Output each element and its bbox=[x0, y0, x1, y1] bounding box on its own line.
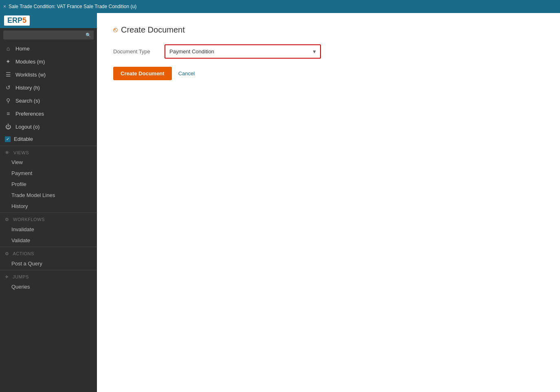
preferences-icon: ≡ bbox=[5, 110, 11, 117]
home-icon: ⌂ bbox=[5, 45, 11, 52]
history-icon: ↺ bbox=[5, 84, 11, 91]
sidebar-item-worklists[interactable]: ☰ Worklists (w) bbox=[0, 68, 97, 81]
sidebar-item-label: Worklists (w) bbox=[15, 72, 46, 78]
sidebar-item-view[interactable]: View bbox=[0, 157, 97, 168]
search-wrapper: 🔍 bbox=[3, 31, 94, 39]
form-row-document-type: Document Type Payment Condition Sale Tra… bbox=[113, 44, 544, 59]
erp5-logo: ERP5 bbox=[4, 15, 30, 26]
sidebar-item-label: Preferences bbox=[15, 111, 44, 117]
actions-icon: ⚙ bbox=[5, 251, 9, 256]
section-label-workflows: ⚙ WORKFLOWS bbox=[0, 214, 97, 224]
sidebar-item-history-view[interactable]: History bbox=[0, 201, 97, 212]
top-bar: × Sale Trade Condition: VAT France Sale … bbox=[0, 0, 560, 13]
sidebar-item-label: Search (s) bbox=[15, 98, 40, 104]
sidebar-item-preferences[interactable]: ≡ Preferences bbox=[0, 107, 97, 120]
button-row: Create Document Cancel bbox=[113, 67, 544, 80]
section-label-views: 👁 VIEWS bbox=[0, 147, 97, 157]
content-area: ⎋ Create Document Document Type Payment … bbox=[97, 13, 560, 392]
sidebar-item-modules[interactable]: ✦ Modules (m) bbox=[0, 55, 97, 68]
divider-2 bbox=[0, 212, 97, 213]
modules-icon: ✦ bbox=[5, 58, 11, 65]
sidebar: ERP5 🔍 ⌂ Home ✦ Modules (m) ☰ Worklists … bbox=[0, 13, 97, 392]
search-nav-icon: ⚲ bbox=[5, 97, 11, 104]
section-label-actions: ⚙ ACTIONS bbox=[0, 248, 97, 258]
sidebar-item-label: History (h) bbox=[15, 85, 40, 91]
sidebar-item-post-query[interactable]: Post a Query bbox=[0, 258, 97, 269]
editable-label: Editable bbox=[14, 136, 33, 142]
sidebar-item-label: Logout (o) bbox=[15, 124, 40, 130]
sidebar-item-label: Home bbox=[15, 46, 30, 52]
sidebar-item-queries[interactable]: Queries bbox=[0, 281, 97, 292]
sidebar-item-trade-model-lines[interactable]: Trade Model Lines bbox=[0, 190, 97, 201]
search-input[interactable] bbox=[3, 31, 94, 39]
views-icon: 👁 bbox=[5, 150, 10, 155]
sidebar-item-payment[interactable]: Payment bbox=[0, 168, 97, 179]
sidebar-item-label: Modules (m) bbox=[15, 59, 45, 65]
create-document-button[interactable]: Create Document bbox=[113, 67, 172, 80]
sidebar-item-profile[interactable]: Profile bbox=[0, 179, 97, 190]
jumps-icon: ✈ bbox=[5, 274, 9, 279]
sidebar-item-home[interactable]: ⌂ Home bbox=[0, 42, 97, 55]
main-layout: ERP5 🔍 ⌂ Home ✦ Modules (m) ☰ Worklists … bbox=[0, 13, 560, 392]
search-bar-container: 🔍 bbox=[0, 28, 97, 42]
tab-sale-trade-condition[interactable]: × Sale Trade Condition: VAT France Sale … bbox=[3, 4, 136, 9]
sidebar-item-validate[interactable]: Validate bbox=[0, 235, 97, 246]
tab-title: Sale Trade Condition: VAT France Sale Tr… bbox=[9, 4, 136, 9]
sidebar-logo: ERP5 bbox=[0, 13, 97, 28]
section-label-jumps: ✈ JUMPS bbox=[0, 271, 97, 281]
editable-checkbox-icon: ✓ bbox=[5, 136, 11, 142]
worklists-icon: ☰ bbox=[5, 71, 11, 78]
document-type-select[interactable]: Payment Condition Sale Trade Condition P… bbox=[165, 45, 320, 58]
sidebar-item-editable[interactable]: ✓ Editable bbox=[0, 133, 97, 145]
sidebar-item-invalidate[interactable]: Invalidate bbox=[0, 224, 97, 235]
divider-4 bbox=[0, 270, 97, 270]
sidebar-item-logout[interactable]: ⏻ Logout (o) bbox=[0, 120, 97, 133]
divider-1 bbox=[0, 146, 97, 146]
cancel-button[interactable]: Cancel bbox=[178, 70, 195, 77]
sidebar-item-search[interactable]: ⚲ Search (s) bbox=[0, 94, 97, 107]
divider-3 bbox=[0, 247, 97, 247]
workflows-icon: ⚙ bbox=[5, 217, 9, 222]
document-type-select-wrapper: Payment Condition Sale Trade Condition P… bbox=[165, 44, 321, 59]
logout-icon: ⏻ bbox=[5, 123, 11, 130]
document-type-label: Document Type bbox=[113, 48, 158, 55]
logo-number: 5 bbox=[22, 16, 26, 24]
search-icon: 🔍 bbox=[86, 33, 91, 38]
close-tab-icon[interactable]: × bbox=[3, 4, 6, 9]
document-icon: ⎋ bbox=[113, 26, 118, 34]
sidebar-item-history[interactable]: ↺ History (h) bbox=[0, 81, 97, 94]
page-title: ⎋ Create Document bbox=[113, 25, 544, 35]
